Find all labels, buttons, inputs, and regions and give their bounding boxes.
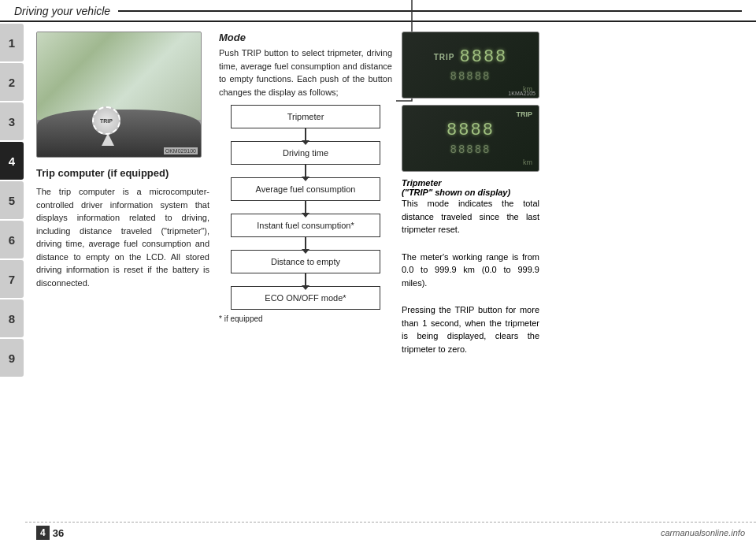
footer-chapter: 4	[36, 526, 50, 540]
windshield	[37, 32, 201, 120]
image-code: OKM029100	[164, 147, 198, 154]
content-body: TRIP OKM029100 Trip computer (if equippe…	[25, 24, 756, 519]
header-line	[118, 10, 742, 12]
tab-9[interactable]: 9	[0, 339, 24, 377]
trip-computer-title: Trip computer (if equipped)	[36, 167, 209, 179]
if-equipped-note: * if equipped	[219, 314, 263, 323]
flow-arrow-5	[305, 273, 306, 286]
tripmeter-display-bottom: TRIP 8888 88888 km	[402, 105, 539, 172]
page-title: Driving your vehicle	[14, 5, 110, 17]
tab-4[interactable]: 4	[0, 142, 24, 180]
tab-6[interactable]: 6	[0, 221, 24, 258]
tripmeter-body2: The meter's working range is from 0.0 to…	[402, 251, 539, 290]
display-trip-label-top: TRIP	[434, 53, 455, 61]
tripmeter-body1: This mode indicates the total distance t…	[402, 197, 539, 236]
display-km-bottom: km	[523, 158, 532, 166]
tab-3[interactable]: 3	[0, 102, 24, 140]
tab-2[interactable]: 2	[0, 63, 24, 101]
display-trip-label-bottom: TRIP	[516, 110, 532, 118]
footer-page: 36	[53, 527, 64, 539]
flow-item-tripmeter: Tripmeter	[231, 105, 380, 128]
car-image-inner: TRIP OKM029100	[37, 32, 201, 157]
left-column: TRIP OKM029100 Trip computer (if equippe…	[36, 32, 209, 511]
main-content: TRIP OKM029100 Trip computer (if equippe…	[25, 24, 756, 519]
footer-pagination: 4 36	[36, 526, 64, 540]
display-digits-top: 8888	[459, 47, 507, 67]
tab-8[interactable]: 8	[0, 299, 24, 337]
flow-arrow-1	[305, 128, 306, 141]
tripmeter-caption: Tripmeter ("TRIP" shown on display) This…	[402, 178, 539, 355]
footer-logo: carmanualsonline.info	[661, 528, 745, 537]
tab-5[interactable]: 5	[0, 181, 24, 219]
trip-computer-body: The trip computer is a microcomputer-con…	[36, 185, 209, 289]
display-code-top: 1KMA2105	[508, 91, 536, 96]
tripmeter-body3: Pressing the TRIP button for more than 1…	[402, 303, 539, 355]
car-image: TRIP OKM029100	[36, 32, 202, 158]
middle-column: Mode Push TRIP button to select tripmete…	[219, 32, 392, 511]
flow-arrow-2	[305, 165, 306, 177]
tripmeter-title: Tripmeter	[402, 178, 539, 188]
mode-body: Push TRIP button to select tripmeter, dr…	[219, 46, 392, 99]
flow-arrow-4	[305, 237, 306, 250]
right-column: TRIP 8888 88888 km 1KMA2105 TRIP 8888 88…	[402, 32, 745, 511]
footer: 4 36 carmanualsonline.info	[25, 522, 756, 543]
tab-1[interactable]: 1	[0, 24, 24, 61]
tripmeter-subtitle: ("TRIP" shown on display)	[402, 188, 539, 197]
trip-button-indicator: TRIP	[92, 106, 120, 135]
flow-diagram: Tripmeter Driving time Average fuel cons…	[219, 105, 392, 310]
header: Driving your vehicle	[0, 0, 756, 22]
tripmeter-display-top: TRIP 8888 88888 km 1KMA2105	[402, 32, 539, 99]
flow-arrow-3	[305, 201, 306, 214]
tab-7[interactable]: 7	[0, 260, 24, 298]
side-navigation: 1 2 3 4 5 6 7 8 9	[0, 24, 25, 377]
display-digits2-top: 88888	[450, 70, 491, 83]
display-digits2-bottom: 88888	[450, 143, 491, 156]
trip-arrow-icon	[102, 133, 114, 146]
display-top-row1: TRIP 8888	[434, 47, 508, 67]
display-bottom-row1: 8888	[447, 121, 495, 140]
mode-title: Mode	[219, 32, 392, 43]
display-digits-bottom: 8888	[447, 121, 495, 140]
